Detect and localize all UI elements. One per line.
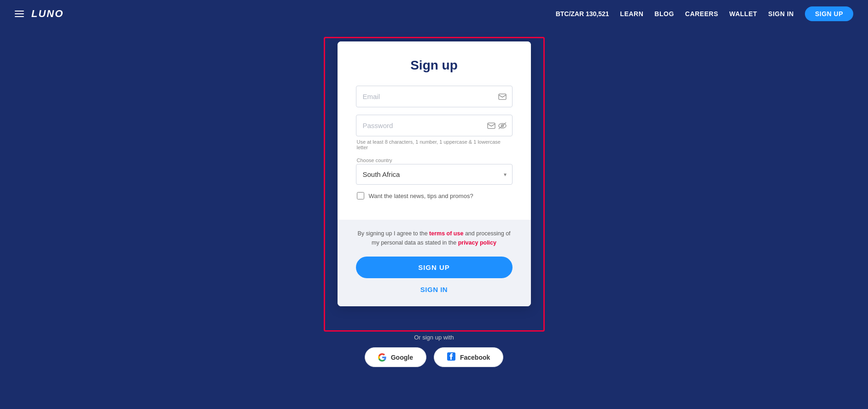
terms-text: By signing up I agree to the terms of us… <box>356 229 513 247</box>
email-input[interactable] <box>356 86 512 107</box>
country-select-wrapper: South Africa United States United Kingdo… <box>356 164 513 185</box>
signup-card: Sign up <box>338 41 531 306</box>
signin-link[interactable]: SIGN IN <box>356 286 513 293</box>
hamburger-menu[interactable] <box>15 11 24 17</box>
password-group: Use at least 8 characters, 1 number, 1 u… <box>356 115 513 150</box>
nav-wallet[interactable]: WALLET <box>729 10 757 18</box>
main-content: Sign up <box>0 28 868 325</box>
password-icons <box>487 122 507 129</box>
facebook-button[interactable]: Facebook <box>434 347 503 367</box>
password-hint: Use at least 8 characters, 1 number, 1 u… <box>356 139 513 150</box>
nav-blog[interactable]: BLOG <box>654 10 674 18</box>
svg-rect-1 <box>488 123 495 129</box>
card-top: Sign up <box>338 41 531 220</box>
email-icon <box>498 93 507 100</box>
navbar-right: BTC/ZAR 130,521 LEARN BLOG CAREERS WALLE… <box>556 6 853 21</box>
newsletter-group: Want the latest news, tips and promos? <box>356 192 513 199</box>
email-group <box>356 86 513 107</box>
google-label: Google <box>391 354 413 361</box>
btc-price: BTC/ZAR 130,521 <box>556 10 609 18</box>
country-group: Choose country South Africa United State… <box>356 158 513 185</box>
country-label: Choose country <box>356 158 513 163</box>
terms-before: By signing up I agree to the <box>357 230 429 237</box>
newsletter-label: Want the latest news, tips and promos? <box>369 193 473 199</box>
svg-rect-0 <box>499 94 506 99</box>
privacy-policy-link[interactable]: privacy policy <box>458 240 496 246</box>
nav-signin[interactable]: SIGN IN <box>768 10 794 18</box>
social-buttons: Google Facebook <box>0 347 868 367</box>
email-input-wrapper <box>356 86 513 107</box>
nav-learn[interactable]: LEARN <box>620 10 644 18</box>
signup-button[interactable]: SIGN UP <box>356 257 513 278</box>
social-label: Or sign up with <box>0 334 868 341</box>
form-title: Sign up <box>356 58 513 73</box>
navbar-left: LUNO <box>15 8 64 20</box>
facebook-icon <box>447 352 455 362</box>
card-bottom: By signing up I agree to the terms of us… <box>338 220 531 306</box>
terms-of-use-link[interactable]: terms of use <box>429 230 463 237</box>
nav-careers[interactable]: CAREERS <box>685 10 718 18</box>
social-section: Or sign up with Google Facebook <box>0 334 868 376</box>
logo: LUNO <box>31 8 64 20</box>
nav-signup-button[interactable]: SIGN UP <box>805 6 853 21</box>
newsletter-checkbox[interactable] <box>357 192 364 199</box>
country-select[interactable]: South Africa United States United Kingdo… <box>356 164 512 184</box>
google-icon <box>378 353 386 362</box>
google-button[interactable]: Google <box>365 347 426 367</box>
navbar: LUNO BTC/ZAR 130,521 LEARN BLOG CAREERS … <box>0 0 868 28</box>
password-input-wrapper <box>356 115 513 136</box>
facebook-label: Facebook <box>460 354 490 361</box>
